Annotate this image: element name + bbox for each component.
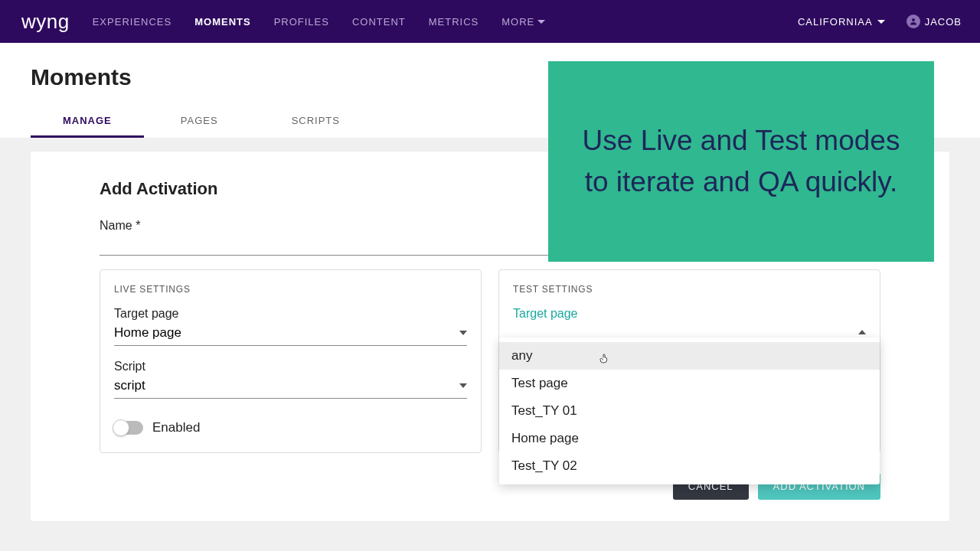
test-target-dropdown: any Test page Test_TY 01 Home page Test_… bbox=[499, 337, 880, 484]
live-target-label: Target page bbox=[114, 307, 467, 321]
live-target-value: Home page bbox=[114, 325, 181, 341]
toggle-knob bbox=[113, 419, 129, 436]
user-name: JACOB bbox=[925, 16, 962, 28]
chevron-down-icon bbox=[537, 20, 545, 24]
caret-up-icon bbox=[858, 330, 866, 334]
dropdown-option-any[interactable]: any bbox=[499, 342, 880, 370]
test-panel-title: TEST SETTINGS bbox=[513, 284, 866, 295]
live-script-value: script bbox=[114, 378, 145, 393]
dropdown-option-test-page[interactable]: Test page bbox=[499, 370, 880, 397]
subtab-pages[interactable]: PAGES bbox=[144, 106, 255, 138]
test-settings-panel: TEST SETTINGS Target page any Test page … bbox=[498, 269, 880, 453]
nav-items: EXPERIENCES MOMENTS PROFILES CONTENT MET… bbox=[93, 16, 546, 28]
live-panel-title: LIVE SETTINGS bbox=[114, 284, 467, 295]
account-name: CALIFORNIAA bbox=[798, 16, 873, 28]
top-nav: wyng EXPERIENCES MOMENTS PROFILES CONTEN… bbox=[0, 0, 980, 43]
caret-down-icon bbox=[459, 331, 467, 335]
test-target-label: Target page bbox=[513, 307, 866, 321]
logo: wyng bbox=[21, 10, 70, 34]
dropdown-option-home-page[interactable]: Home page bbox=[499, 425, 880, 452]
subtab-scripts[interactable]: SCRIPTS bbox=[255, 106, 377, 138]
account-switcher[interactable]: CALIFORNIAA bbox=[798, 16, 885, 28]
nav-metrics[interactable]: METRICS bbox=[429, 16, 479, 28]
nav-moments[interactable]: MOMENTS bbox=[194, 16, 250, 28]
live-script-label: Script bbox=[114, 360, 467, 373]
nav-content[interactable]: CONTENT bbox=[352, 16, 406, 28]
info-banner-text: Use Live and Test modes to iterate and Q… bbox=[574, 120, 908, 202]
nav-more[interactable]: MORE bbox=[501, 16, 545, 28]
enabled-toggle[interactable] bbox=[114, 421, 143, 435]
dropdown-option-test-ty-01[interactable]: Test_TY 01 bbox=[499, 397, 880, 425]
avatar-icon bbox=[906, 15, 920, 28]
chevron-down-icon bbox=[877, 20, 885, 24]
nav-experiences[interactable]: EXPERIENCES bbox=[93, 16, 172, 28]
nav-profiles[interactable]: PROFILES bbox=[274, 16, 329, 28]
caret-down-icon bbox=[459, 383, 467, 388]
info-banner: Use Live and Test modes to iterate and Q… bbox=[548, 61, 934, 262]
subtab-manage[interactable]: MANAGE bbox=[31, 106, 144, 138]
enabled-label: Enabled bbox=[152, 420, 200, 435]
dropdown-option-test-ty-02[interactable]: Test_TY 02 bbox=[499, 452, 880, 480]
live-target-select[interactable]: Home page bbox=[114, 322, 467, 346]
enabled-toggle-wrap: Enabled bbox=[114, 420, 467, 435]
live-settings-panel: LIVE SETTINGS Target page Home page Scri… bbox=[100, 269, 482, 453]
live-script-select[interactable]: script bbox=[114, 375, 467, 399]
svg-point-0 bbox=[912, 18, 915, 21]
nav-more-label: MORE bbox=[501, 16, 534, 28]
user-menu[interactable]: JACOB bbox=[906, 15, 962, 28]
